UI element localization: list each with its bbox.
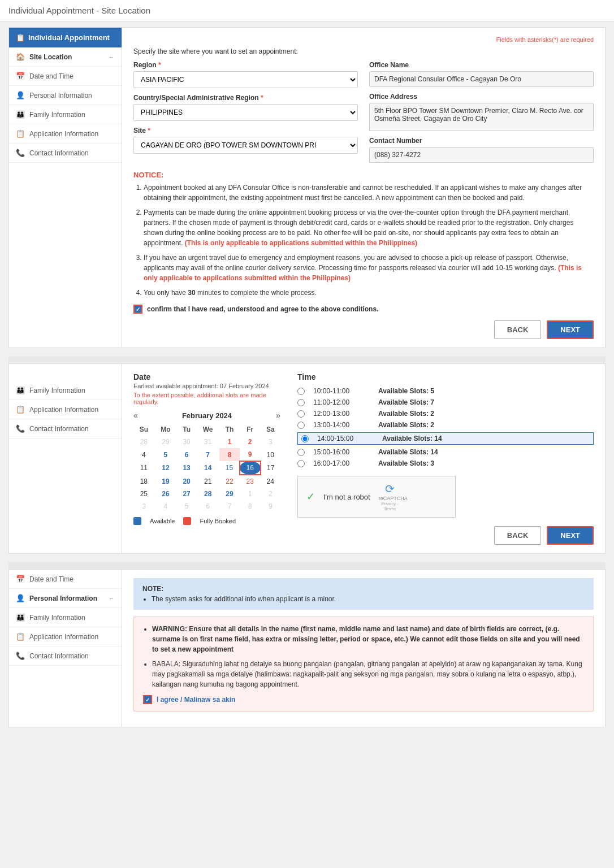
cal-cell[interactable]: 8 [219, 448, 239, 461]
timeslot-slots-4: Available Slots: 2 [378, 421, 434, 429]
arrow-icon: ← [109, 54, 115, 60]
contact-number-label: Contact Number [369, 137, 594, 145]
cal-cell[interactable]: 2 [261, 488, 281, 500]
sidebar-item-date-time[interactable]: 📅 Date and Time [9, 67, 122, 86]
form-col-left: Region * ASIA PACIFIC Country/Special Ad… [133, 61, 358, 163]
captcha-text: I'm not a robot [323, 493, 370, 501]
fields-required-label: Fields with asterisks(*) are required [133, 36, 594, 43]
sidebar3-personal-info[interactable]: 👤 Personal Information ← [9, 589, 122, 608]
legend-booked-label: Fully Booked [200, 518, 236, 524]
cal-cell[interactable]: 1 [219, 436, 239, 448]
timeslot-radio-2[interactable] [297, 399, 305, 406]
sidebar2-contact-info[interactable]: 📞 Contact Information [9, 419, 122, 439]
cal-day-fr: Fr [240, 423, 261, 436]
cal-cell[interactable]: 4 [154, 500, 177, 513]
arrow-icon3: ← [109, 595, 115, 602]
cal-cell[interactable]: 1 [240, 488, 261, 500]
cal-cell[interactable]: 9 [261, 500, 281, 513]
notice-section: NOTICE: Appointment booked at any DFA Co… [133, 171, 594, 298]
cal-cell[interactable]: 29 [154, 436, 177, 448]
cal-cell[interactable]: 12 [154, 461, 177, 475]
sidebar3-application-info[interactable]: 📋 Application Information [9, 627, 122, 646]
region-select[interactable]: ASIA PACIFIC [133, 71, 358, 88]
cal-cell[interactable]: 3 [261, 436, 281, 448]
cal-cell[interactable]: 6 [177, 448, 196, 461]
site-label: Site * [133, 127, 358, 134]
site-select[interactable]: CAGAYAN DE ORO (BPO TOWER SM DOWNTOWN PR… [133, 137, 358, 154]
cal-cell[interactable]: 23 [240, 475, 261, 488]
sidebar3-date-time[interactable]: 📅 Date and Time [9, 570, 122, 589]
cal-next-btn[interactable]: » [276, 411, 280, 420]
cal-cell[interactable]: 22 [219, 475, 239, 488]
cal-cell[interactable]: 17 [261, 461, 281, 475]
timeslot-radio-1[interactable] [297, 388, 305, 395]
earliest-label: Earliest available appointment: 07 Febru… [133, 383, 280, 389]
next-button-2[interactable]: NEXT [547, 526, 594, 545]
sidebar-item-site-location[interactable]: 🏠 Site Location ← [9, 47, 122, 67]
timeslot-label-6: 15:00-16:00 [313, 448, 370, 456]
cal-cell[interactable]: 19 [154, 475, 177, 488]
sidebar2-application-info[interactable]: 📋 Application Information [9, 400, 122, 419]
sidebar2-family-info[interactable]: 👪 Family Information [9, 381, 122, 400]
timeslot-slots-5: Available Slots: 14 [382, 435, 442, 442]
cal-cell[interactable]: 7 [219, 500, 239, 513]
cal-cell[interactable]: 28 [133, 436, 154, 448]
cal-cell[interactable]: 2 [240, 436, 261, 448]
cal-cell[interactable]: 3 [133, 500, 154, 513]
cal-cell[interactable]: 5 [154, 448, 177, 461]
next-button-1[interactable]: NEXT [547, 320, 594, 339]
cal-cell[interactable]: 28 [196, 488, 219, 500]
cal-note: To the extent possible, additional slots… [133, 392, 280, 405]
timeslot-radio-7[interactable] [297, 460, 305, 467]
sidebar-item-application-info[interactable]: 📋 Application Information [9, 124, 122, 144]
cal-cell[interactable]: 13 [177, 461, 196, 475]
agree-checkbox[interactable]: ✓ [143, 695, 152, 704]
cal-cell[interactable]: 27 [177, 488, 196, 500]
sidebar-item-family-info[interactable]: 👪 Family Information [9, 105, 122, 124]
back-button-1[interactable]: BACK [494, 320, 542, 339]
timeslot-radio-3[interactable] [297, 410, 305, 418]
cal-cell[interactable]: 26 [154, 488, 177, 500]
country-select[interactable]: PHILIPPINES [133, 104, 358, 121]
cal-cell[interactable]: 8 [240, 500, 261, 513]
cal-cell[interactable]: 29 [219, 488, 239, 500]
cal-cell[interactable]: 4 [133, 448, 154, 461]
warning-item-2: BABALA: Siguraduhing lahat ng detalye sa… [152, 659, 584, 689]
cal-cell[interactable]: 30 [177, 436, 196, 448]
cal-prev-btn[interactable]: « [133, 411, 138, 420]
cal-cell-today[interactable]: 16 [240, 461, 261, 475]
cal-cell[interactable]: 9 [240, 448, 261, 461]
time-slot-7: 16:00-17:00 Available Slots: 3 [297, 459, 594, 467]
timeslot-radio-6[interactable] [297, 449, 305, 456]
cal-cell[interactable]: 24 [261, 475, 281, 488]
sidebar-item-personal-info[interactable]: 👤 Personal Information [9, 86, 122, 105]
cal-cell[interactable]: 15 [219, 461, 239, 475]
cal-cell[interactable]: 31 [196, 436, 219, 448]
timeslot-radio-4[interactable] [297, 422, 305, 429]
back-button-2[interactable]: BACK [494, 526, 542, 545]
notice-title: NOTICE: [133, 171, 594, 179]
section-date-time: 👪 Family Information 📋 Application Infor… [8, 363, 606, 554]
cal-cell[interactable]: 11 [133, 461, 154, 475]
captcha-box[interactable]: ✓ I'm not a robot ⟳ reCAPTCHA Privacy - … [297, 476, 456, 518]
sidebar3-family-info[interactable]: 👪 Family Information [9, 608, 122, 627]
country-label: Country/Special Administrative Region * [133, 94, 358, 102]
timeslot-label-1: 10:00-11:00 [313, 387, 370, 395]
cal-cell[interactable]: 18 [133, 475, 154, 488]
cal-cell[interactable]: 6 [196, 500, 219, 513]
sidebar-item-contact-info[interactable]: 📞 Contact Information [9, 144, 122, 163]
cal-cell[interactable]: 10 [261, 448, 281, 461]
cal-cell[interactable]: 7 [196, 448, 219, 461]
cal-cell[interactable]: 25 [133, 488, 154, 500]
cal-cell[interactable]: 20 [177, 475, 196, 488]
cal-cell[interactable]: 5 [177, 500, 196, 513]
sidebar3-contact-info[interactable]: 📞 Contact Information [9, 646, 122, 666]
cal-cell[interactable]: 21 [196, 475, 219, 488]
timeslot-slots-2: Available Slots: 7 [378, 398, 434, 406]
agreement-checkbox[interactable]: ✓ [133, 305, 142, 314]
agreement-checkbox-row: ✓ confirm that I have read, understood a… [133, 305, 594, 314]
person-icon: 👤 [16, 91, 25, 99]
cal-cell[interactable]: 14 [196, 461, 219, 475]
calendar-table: Su Mo Tu We Th Fr Sa 28 [133, 423, 280, 513]
timeslot-radio-5[interactable] [301, 435, 309, 442]
